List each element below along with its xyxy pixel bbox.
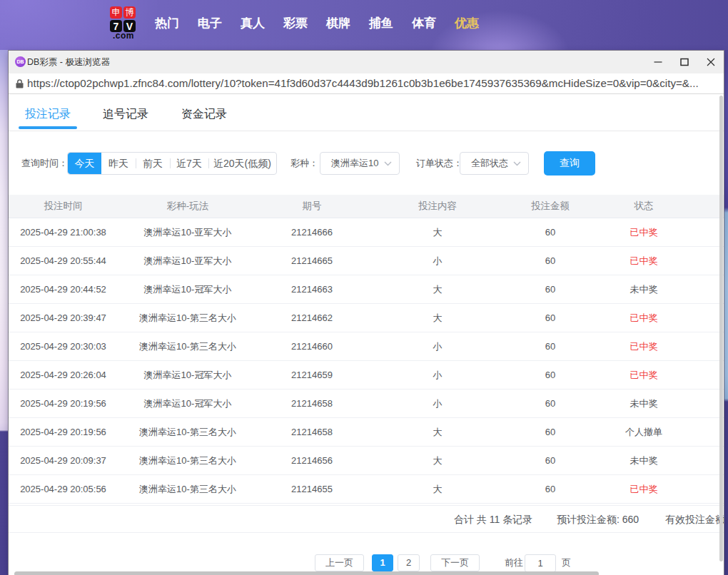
minimize-icon [654, 58, 662, 66]
tab-2[interactable]: 追号记录 [103, 107, 148, 122]
minimize-button[interactable] [644, 51, 671, 73]
cell-content: 大 [433, 475, 443, 503]
cell-issue: 21214662 [291, 304, 333, 332]
cell-issue: 21214659 [291, 361, 333, 389]
address-bar[interactable]: https://ctop02pchwp1.zfnc84.com/lottery/… [9, 73, 724, 94]
page-unit-label: 页 [562, 554, 571, 571]
cell-content: 大 [433, 275, 443, 303]
table-row-2: 2025-04-29 20:55:44澳洲幸运10-亚军大小21214665小6… [9, 247, 724, 275]
lottery-select[interactable]: 澳洲幸运10 [320, 152, 400, 175]
maximize-button[interactable] [671, 51, 697, 73]
goto-page-input[interactable] [525, 554, 556, 572]
cell-time: 2025-04-29 20:39:47 [20, 304, 106, 332]
time-option-5[interactable]: 近20天(低频) [208, 153, 276, 174]
query-button[interactable]: 查询 [544, 151, 595, 175]
cell-amount: 60 [545, 390, 555, 417]
table-header: 投注时间彩种-玩法期号投注内容投注金额状态 [9, 195, 724, 218]
cell-status: 已中奖 [630, 361, 658, 389]
summary-valid-amount: 有效投注金额: 660 [665, 506, 724, 533]
table-row-1: 2025-04-29 21:00:38澳洲幸运10-亚军大小21214666大6… [9, 218, 724, 247]
table-row-9: 2025-04-29 20:09:37澳洲幸运10-第三名大小21214656大… [9, 447, 724, 475]
logo-badge-right: 博 [123, 6, 136, 19]
next-page-button[interactable]: 下一页 [430, 554, 480, 571]
cell-content: 大 [433, 447, 443, 474]
cell-time: 2025-04-29 20:05:56 [20, 475, 106, 503]
cell-time: 2025-04-29 20:55:44 [20, 247, 106, 275]
nav-item-1[interactable]: 热门 [155, 15, 179, 31]
page-number-1[interactable]: 1 [372, 554, 393, 571]
cell-time: 2025-04-29 20:44:52 [20, 275, 106, 303]
cell-issue: 21214656 [291, 447, 333, 474]
cell-amount: 60 [545, 247, 555, 275]
nav-item-3[interactable]: 真人 [241, 15, 265, 31]
cell-game: 澳洲幸运10-第三名大小 [139, 418, 236, 446]
horizontal-scrollbar-thumb[interactable] [14, 571, 599, 575]
site-topbar: 申 博 7 V .com 热门电子真人彩票棋牌捕鱼体育优惠 [0, 0, 728, 50]
vertical-scrollbar-thumb[interactable] [719, 96, 723, 561]
nav-item-2[interactable]: 电子 [198, 15, 222, 31]
time-option-2[interactable]: 昨天 [101, 153, 136, 174]
lottery-select-value: 澳洲幸运10 [331, 153, 378, 174]
tab-3[interactable]: 资金记录 [181, 107, 227, 122]
nav-item-6[interactable]: 捕鱼 [369, 15, 393, 31]
order-status-select-value: 全部状态 [471, 153, 508, 174]
nav-item-8[interactable]: 优惠 [455, 15, 479, 31]
cell-amount: 60 [545, 447, 555, 474]
time-option-4[interactable]: 近7天 [170, 153, 208, 174]
goto-page-label: 前往 [505, 554, 523, 571]
summary-total: 合计 共 11 条记录 [454, 506, 532, 533]
nav-item-4[interactable]: 彩票 [283, 15, 308, 31]
time-filter-label: 查询时间： [21, 152, 68, 175]
cell-content: 大 [433, 418, 443, 446]
column-header-5: 投注金额 [531, 195, 570, 218]
nav-item-5[interactable]: 棋牌 [326, 15, 350, 31]
cell-status: 已中奖 [630, 304, 658, 332]
table-row-8: 2025-04-29 20:19:56澳洲幸运10-第三名大小21214658大… [9, 418, 724, 447]
maximize-icon [680, 58, 689, 66]
cell-issue: 21214663 [291, 275, 333, 303]
cell-content: 大 [433, 218, 443, 246]
status-filter-label: 订单状态： [416, 152, 462, 175]
cell-amount: 60 [545, 418, 555, 446]
cell-amount: 60 [545, 275, 555, 303]
site-logo[interactable]: 申 博 7 V .com [110, 6, 137, 39]
window-title: DB彩票 - 极速浏览器 [27, 51, 110, 73]
cell-status: 未中奖 [630, 447, 658, 474]
time-option-1[interactable]: 今天 [68, 153, 101, 174]
cell-issue: 21214666 [291, 218, 333, 246]
url-text: https://ctop02pchwp1.zfnc84.com/lottery/… [27, 73, 719, 93]
nav-item-7[interactable]: 体育 [412, 15, 436, 31]
lottery-filter-label: 彩种： [290, 152, 318, 175]
logo-badge-left: 申 [110, 6, 122, 19]
time-option-3[interactable]: 前天 [136, 153, 170, 174]
table-row-4: 2025-04-29 20:39:47澳洲幸运10-第三名大小21214662大… [9, 304, 724, 332]
cell-issue: 21214655 [291, 475, 333, 503]
cell-content: 小 [433, 361, 443, 389]
cell-game: 澳洲幸运10-第三名大小 [139, 475, 236, 503]
pagination: 上一页 1 2 下一页 前往 页 [9, 554, 724, 572]
cell-time: 2025-04-29 20:30:03 [20, 332, 106, 360]
close-icon [707, 58, 715, 66]
table-row-3: 2025-04-29 20:44:52澳洲幸运10-冠军大小21214663大6… [9, 275, 724, 304]
segment-divider [170, 158, 171, 168]
cell-game: 澳洲幸运10-亚军大小 [144, 247, 232, 275]
column-header-2: 彩种-玩法 [167, 195, 209, 218]
segment-divider [136, 158, 136, 168]
column-header-6: 状态 [635, 195, 654, 218]
cell-amount: 60 [545, 361, 555, 389]
cell-status: 未中奖 [630, 275, 658, 303]
cell-time: 2025-04-29 21:00:38 [20, 218, 106, 246]
cell-game: 澳洲幸运10-第三名大小 [139, 332, 236, 360]
cell-time: 2025-04-29 20:19:56 [20, 418, 106, 446]
cell-issue: 21214658 [291, 390, 333, 417]
page-content: 投注记录追号记录资金记录 查询时间： 今天昨天前天近7天近20天(低频) 彩种：… [9, 94, 724, 575]
close-button[interactable] [697, 51, 724, 73]
prev-page-button[interactable]: 上一页 [315, 554, 364, 571]
cell-amount: 60 [545, 218, 555, 246]
page-number-2[interactable]: 2 [398, 554, 420, 571]
tab-1[interactable]: 投注记录 [25, 107, 71, 122]
order-status-select[interactable]: 全部状态 [460, 152, 529, 175]
time-range-group: 今天昨天前天近7天近20天(低频) [67, 152, 277, 175]
chevron-down-icon [384, 161, 392, 166]
cell-game: 澳洲幸运10-冠军大小 [144, 275, 232, 303]
